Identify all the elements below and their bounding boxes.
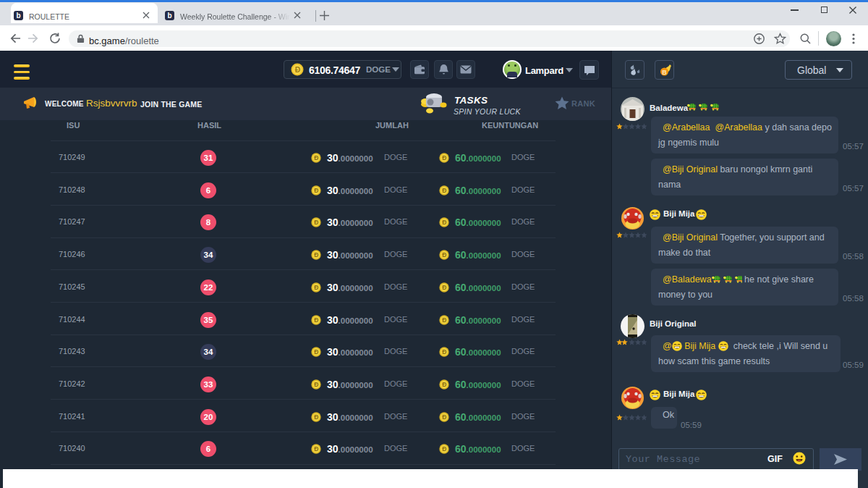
svg-text:Đ: Đ bbox=[295, 65, 301, 74]
svg-text:Đ: Đ bbox=[314, 154, 318, 161]
svg-text:Đ: Đ bbox=[442, 154, 446, 161]
svg-text:Đ: Đ bbox=[442, 413, 446, 421]
svg-text:Đ: Đ bbox=[314, 219, 318, 227]
svg-text:Đ: Đ bbox=[442, 348, 446, 356]
svg-text:Đ: Đ bbox=[314, 381, 318, 388]
svg-text:Đ: Đ bbox=[314, 251, 318, 258]
svg-text:Đ: Đ bbox=[442, 219, 446, 227]
svg-text:Đ: Đ bbox=[314, 348, 318, 356]
svg-text:Đ: Đ bbox=[442, 446, 446, 453]
svg-text:Đ: Đ bbox=[314, 316, 318, 324]
svg-text:Đ: Đ bbox=[442, 187, 446, 194]
svg-text:Đ: Đ bbox=[314, 413, 318, 421]
svg-text:B: B bbox=[662, 69, 667, 76]
svg-text:Đ: Đ bbox=[442, 381, 446, 388]
svg-text:Đ: Đ bbox=[442, 284, 446, 291]
svg-text:Đ: Đ bbox=[314, 446, 318, 453]
svg-text:Đ: Đ bbox=[314, 187, 318, 194]
svg-text:Đ: Đ bbox=[442, 316, 446, 324]
svg-text:Đ: Đ bbox=[314, 284, 318, 291]
svg-text:Đ: Đ bbox=[442, 251, 446, 258]
